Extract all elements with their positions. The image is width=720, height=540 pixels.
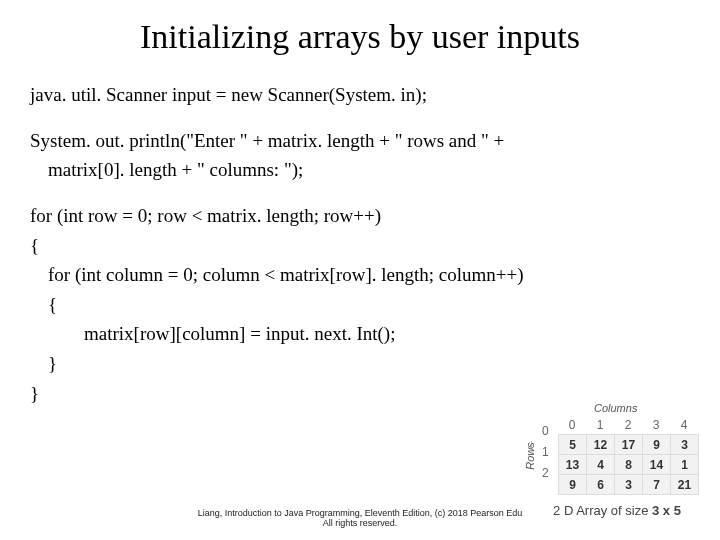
code-line: matrix[row][column] = input. next. Int()… <box>30 321 690 347</box>
footer-line: All rights reserved. <box>0 518 720 528</box>
code-line: System. out. println("Enter " + matrix. … <box>30 128 690 154</box>
cell: 3 <box>615 475 643 495</box>
col-head: 2 <box>614 418 642 432</box>
col-head: 1 <box>586 418 614 432</box>
table-row: 9 6 3 7 21 <box>559 475 699 495</box>
cell: 5 <box>559 435 587 455</box>
cell: 17 <box>615 435 643 455</box>
code-line: for (int column = 0; column < matrix[row… <box>30 262 690 288</box>
code-line: } <box>30 381 690 407</box>
row-head: 2 <box>542 462 549 483</box>
col-head: 3 <box>642 418 670 432</box>
code-line: for (int row = 0; row < matrix. length; … <box>30 203 690 229</box>
cell: 9 <box>559 475 587 495</box>
cell: 14 <box>643 455 671 475</box>
array-diagram: Columns Rows ↓ 0 1 2 3 4 0 1 2 5 12 17 9… <box>526 404 708 518</box>
code-line: java. util. Scanner input = new Scanner(… <box>30 82 690 108</box>
cell: 8 <box>615 455 643 475</box>
slide-title: Initializing arrays by user inputs <box>30 18 690 56</box>
cell: 7 <box>643 475 671 495</box>
columns-axis-label: Columns <box>594 402 637 414</box>
code-block: java. util. Scanner input = new Scanner(… <box>30 82 690 406</box>
row-headers: 0 1 2 <box>542 420 549 483</box>
row-head: 1 <box>542 441 549 462</box>
cell: 1 <box>671 455 699 475</box>
cell: 21 <box>671 475 699 495</box>
code-line: { <box>30 233 690 259</box>
cell: 3 <box>671 435 699 455</box>
cell: 6 <box>587 475 615 495</box>
cell: 4 <box>587 455 615 475</box>
array-table: 5 12 17 9 3 13 4 8 14 1 9 6 3 7 21 <box>558 434 699 495</box>
col-head: 4 <box>670 418 698 432</box>
footer-line: Liang, Introduction to Java Programming,… <box>0 508 720 518</box>
cell: 12 <box>587 435 615 455</box>
code-line: { <box>30 292 690 318</box>
code-line: } <box>30 351 690 377</box>
column-headers: 0 1 2 3 4 <box>558 418 708 432</box>
cell: 9 <box>643 435 671 455</box>
table-row: 5 12 17 9 3 <box>559 435 699 455</box>
col-head: 0 <box>558 418 586 432</box>
arrow-down-icon: ↓ <box>528 436 535 452</box>
table-row: 13 4 8 14 1 <box>559 455 699 475</box>
code-line: matrix[0]. length + " columns: "); <box>30 157 690 183</box>
slide-footer: Liang, Introduction to Java Programming,… <box>0 508 720 528</box>
cell: 13 <box>559 455 587 475</box>
row-head: 0 <box>542 420 549 441</box>
